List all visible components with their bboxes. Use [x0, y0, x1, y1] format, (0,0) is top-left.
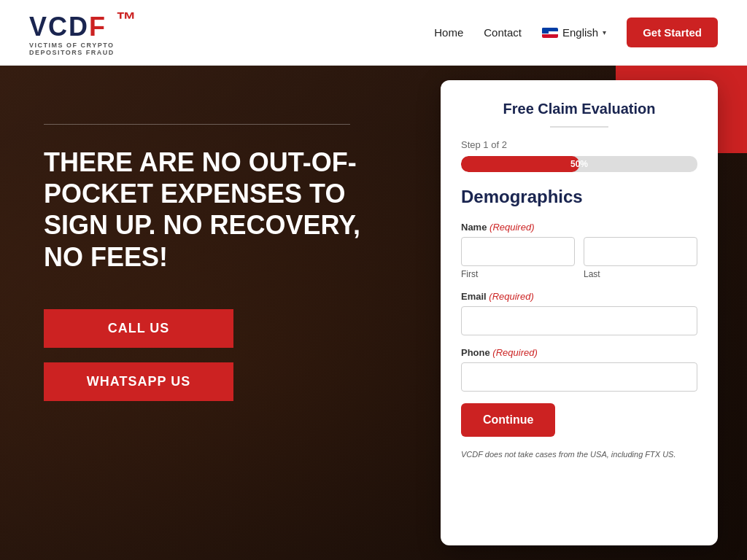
email-field-group: Email (Required) [461, 291, 697, 335]
call-us-button[interactable]: CALL US [44, 309, 233, 348]
name-field-group: Name (Required) First Last [461, 222, 697, 279]
email-label: Email (Required) [461, 291, 697, 302]
first-name-col: First [461, 237, 575, 279]
first-label: First [461, 269, 575, 279]
first-name-input[interactable] [461, 237, 575, 266]
form-title: Free Claim Evaluation [461, 101, 697, 117]
phone-input[interactable] [461, 362, 697, 392]
main-nav: Home Contact English ▾ Get Started [434, 18, 718, 47]
nav-home[interactable]: Home [434, 26, 463, 39]
phone-field-group: Phone (Required) [461, 347, 697, 392]
language-selector[interactable]: English ▾ [542, 26, 606, 39]
logo-accent: F [89, 12, 107, 42]
main-content: THERE ARE NO OUT-OF-POCKET EXPENSES TO S… [0, 66, 747, 560]
email-required: (Required) [489, 291, 533, 302]
claim-form-card: Free Claim Evaluation Step 1 of 2 50% De… [441, 80, 718, 545]
phone-label: Phone (Required) [461, 347, 697, 358]
last-name-col: Last [584, 237, 697, 279]
whatsapp-button[interactable]: WHATSAPP US [44, 362, 233, 401]
hero-content: THERE ARE NO OUT-OF-POCKET EXPENSES TO S… [0, 66, 401, 560]
logo-subtitle: VICTIMS OF CRYPTO DEPOSITORS FRAUD [29, 42, 115, 56]
site-header: VCDF ™ VICTIMS OF CRYPTO DEPOSITORS FRAU… [0, 0, 747, 66]
last-name-input[interactable] [584, 237, 697, 266]
disclaimer-text: VCDF does not take cases from the USA, i… [461, 448, 697, 461]
step-label: Step 1 of 2 [461, 139, 697, 150]
flag-icon [542, 28, 558, 38]
progress-bar-fill [461, 156, 579, 172]
name-label: Name (Required) [461, 222, 697, 233]
form-divider [550, 126, 608, 128]
logo-trademark: ™ [116, 8, 138, 31]
name-required: (Required) [489, 222, 534, 233]
continue-button[interactable]: Continue [461, 403, 555, 437]
progress-bar: 50% [461, 156, 697, 172]
name-row: First Last [461, 237, 697, 279]
hero-title: THERE ARE NO OUT-OF-POCKET EXPENSES TO S… [44, 147, 372, 273]
hero-divider [44, 124, 350, 125]
last-label: Last [584, 269, 697, 279]
nav-contact[interactable]: Contact [484, 26, 522, 39]
email-input[interactable] [461, 306, 697, 335]
logo-text: VCDF ™ [29, 9, 138, 40]
language-label: English [562, 26, 598, 39]
get-started-button[interactable]: Get Started [627, 18, 718, 47]
logo: VCDF ™ VICTIMS OF CRYPTO DEPOSITORS FRAU… [29, 9, 138, 56]
phone-required: (Required) [492, 347, 537, 358]
chevron-down-icon: ▾ [603, 28, 606, 36]
section-heading: Demographics [461, 187, 697, 207]
progress-percent-label: 50% [570, 159, 588, 169]
